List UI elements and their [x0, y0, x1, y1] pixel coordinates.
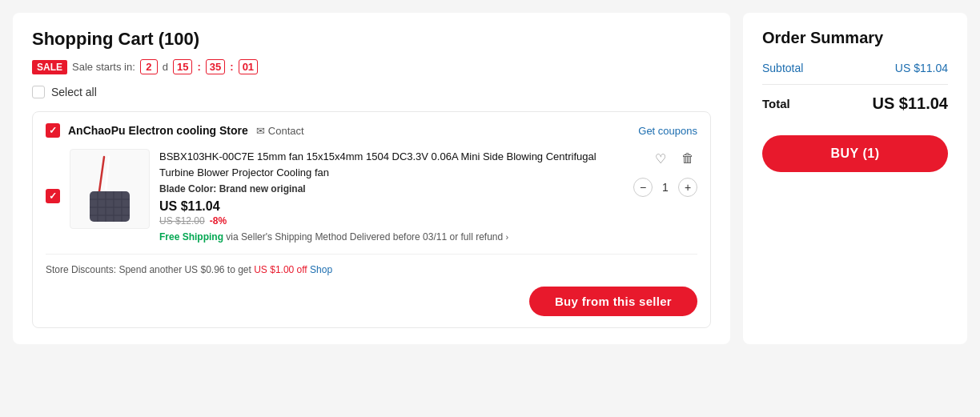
order-summary-panel: Order Summary Subtotal US $11.04 Total U… [743, 13, 967, 344]
wishlist-icon[interactable]: ♡ [651, 149, 670, 168]
countdown-minutes: 35 [206, 59, 225, 74]
subtotal-value: US $11.04 [895, 62, 948, 74]
shipping-arrow-icon: › [506, 232, 509, 242]
product-original-price-row: US $12.00 -8% [159, 215, 624, 227]
store-header: AnChaoPu Electron cooling Store ✉ Contac… [46, 123, 697, 138]
store-left: AnChaoPu Electron cooling Store ✉ Contac… [46, 123, 304, 138]
svg-line-1 [106, 157, 109, 191]
select-all-row[interactable]: Select all [32, 86, 711, 98]
shipping-info: Free Shipping via Seller's Shipping Meth… [159, 231, 624, 243]
product-price: US $11.04 [159, 199, 624, 214]
shop-link[interactable]: Shop [310, 264, 332, 275]
delete-icon[interactable]: 🗑 [678, 149, 697, 168]
product-name: BSBX103HK-00C7E 15mm fan 15x15x4mm 1504 … [159, 149, 624, 180]
summary-divider [762, 84, 948, 85]
svg-rect-2 [90, 191, 130, 222]
countdown-days-label: d [163, 61, 168, 73]
product-details: BSBX103HK-00C7E 15mm fan 15x15x4mm 1504 … [159, 149, 624, 243]
store-name: AnChaoPu Electron cooling Store [68, 124, 248, 137]
quantity-increase-button[interactable]: + [678, 178, 697, 197]
countdown-days: 2 [140, 59, 158, 74]
sale-bar: SALE Sale starts in: 2 d 15 : 35 : 01 [32, 59, 711, 74]
mail-icon: ✉ [256, 125, 265, 137]
subtotal-row: Subtotal US $11.04 [762, 62, 948, 74]
total-label: Total [762, 97, 790, 110]
product-actions: ♡ 🗑 − 1 + [633, 149, 697, 197]
spend-text: Spend another US $0.96 to get [118, 264, 251, 275]
countdown-seconds: 01 [239, 59, 258, 74]
cart-panel: Shopping Cart (100) SALE Sale starts in:… [13, 13, 730, 344]
variant-label: Blade Color: [159, 183, 216, 194]
store-section: AnChaoPu Electron cooling Store ✉ Contac… [32, 111, 711, 328]
store-discounts-label: Store Discounts: [46, 264, 116, 275]
discount-badge: -8% [210, 215, 227, 227]
product-row: BSBX103HK-00C7E 15mm fan 15x15x4mm 1504 … [46, 149, 697, 255]
buy-seller-row: Buy from this seller [46, 287, 697, 316]
discount-amount: US $1.00 off [254, 264, 307, 275]
store-contact[interactable]: ✉ Contact [256, 125, 304, 137]
original-price: US $12.00 [159, 215, 205, 227]
shipping-detail: via Seller's Shipping Method Delivered b… [226, 231, 503, 243]
svg-line-0 [99, 157, 104, 191]
total-value: US $11.04 [872, 94, 948, 113]
store-checkbox[interactable] [46, 123, 60, 138]
select-all-checkbox[interactable] [32, 86, 45, 98]
subtotal-label: Subtotal [762, 62, 803, 74]
sale-starts-label: Sale starts in: [72, 61, 135, 73]
get-coupons-link[interactable]: Get coupons [638, 125, 697, 137]
action-icons: ♡ 🗑 [651, 149, 697, 168]
quantity-control: − 1 + [633, 178, 697, 197]
countdown-sep-2: : [230, 61, 233, 73]
free-shipping-label: Free Shipping [159, 231, 223, 243]
quantity-value: 1 [659, 181, 672, 194]
sale-badge: SALE [32, 60, 67, 74]
countdown-hours: 15 [173, 59, 192, 74]
quantity-decrease-button[interactable]: − [633, 178, 653, 197]
summary-title: Order Summary [762, 29, 948, 47]
product-variant: Blade Color: Brand new original [159, 183, 624, 194]
select-all-label: Select all [51, 86, 97, 98]
countdown-sep-1: : [197, 61, 200, 73]
page-wrapper: Shopping Cart (100) SALE Sale starts in:… [13, 13, 967, 344]
buy-from-seller-button[interactable]: Buy from this seller [529, 287, 697, 316]
store-discounts: Store Discounts: Spend another US $0.96 … [46, 264, 697, 275]
product-checkbox[interactable] [46, 189, 60, 203]
variant-value: Brand new original [219, 183, 306, 194]
product-image-svg [74, 153, 146, 225]
product-image [70, 149, 150, 229]
buy-button[interactable]: BUY (1) [762, 135, 948, 172]
cart-title: Shopping Cart (100) [32, 29, 711, 50]
contact-label: Contact [268, 125, 304, 137]
total-row: Total US $11.04 [762, 94, 948, 113]
